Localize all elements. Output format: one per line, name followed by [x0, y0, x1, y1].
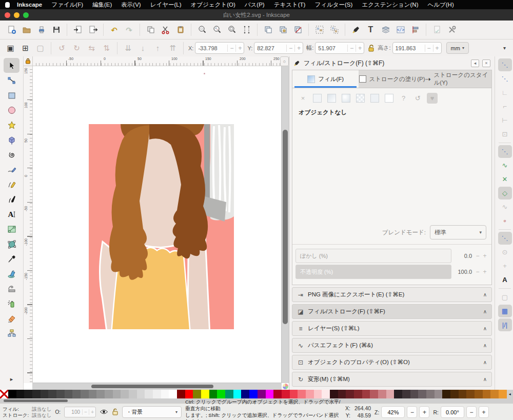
raise-to-top-button[interactable]: ⇈	[165, 41, 180, 55]
palette-swatch[interactable]	[499, 390, 507, 398]
palette-swatch[interactable]	[298, 390, 306, 398]
menu-item[interactable]: ヘルプ(H)	[423, 1, 458, 9]
more-tools-button[interactable]: ▸	[4, 372, 19, 387]
collapsed-dialog-header[interactable]: ◪ フィル/ストローク(F) (⇧⌘F) ∧	[292, 304, 492, 319]
collapsed-dialog-header[interactable]: ↻ 変形(M) (⇧⌘M) ∧	[292, 372, 492, 387]
opacity-plus-button[interactable]: +	[481, 268, 488, 275]
chevron-up-icon[interactable]: ∧	[483, 326, 487, 331]
opacity-plus-button[interactable]: +	[89, 409, 95, 415]
palette-swatch[interactable]	[161, 390, 169, 398]
fill-stroke-indicator[interactable]: フィル: 該当なし ストローク: 該当なし	[3, 406, 51, 418]
palette-swatch[interactable]	[193, 390, 201, 398]
palette-swatch[interactable]	[475, 390, 483, 398]
snap-toggle[interactable]: ⋱	[498, 232, 512, 245]
palette-swatch[interactable]	[137, 390, 145, 398]
raise-button[interactable]: ↑	[150, 41, 165, 55]
preferences-button[interactable]	[444, 23, 459, 37]
collapsed-dialog-header[interactable]: ⊡ オブジェクトのプロパティ(O) (⇧⌘O) ∧	[292, 355, 492, 370]
palette-swatch[interactable]	[48, 390, 56, 398]
snap-toggle[interactable]: ▢	[498, 291, 512, 304]
snap-toggle[interactable]: ∿	[498, 159, 512, 172]
align-dialog-button[interactable]	[408, 23, 423, 37]
palette-swatch[interactable]	[96, 390, 105, 398]
opacity-minus-button[interactable]: −	[82, 409, 89, 415]
flip-horizontal-button[interactable]: ⇆	[84, 41, 99, 55]
tool-pencil[interactable]	[4, 162, 19, 177]
palette-swatch[interactable]	[266, 390, 274, 398]
zoom-selection-button[interactable]	[194, 23, 209, 37]
palette-swatch[interactable]	[89, 390, 97, 398]
tool-rectangle[interactable]	[4, 88, 19, 103]
paint-flat-button[interactable]	[312, 93, 323, 104]
palette-swatch[interactable]	[346, 390, 354, 398]
palette-swatch[interactable]	[249, 390, 258, 398]
palette-swatch[interactable]	[113, 390, 121, 398]
dock-collapse-button[interactable]: ◂	[471, 59, 479, 67]
ruler-corner-lock[interactable]	[24, 56, 33, 66]
palette-swatch[interactable]	[153, 390, 161, 398]
palette-swatch[interactable]	[185, 390, 193, 398]
palette-swatch[interactable]	[330, 390, 338, 398]
blend-mode-dropdown[interactable]: 標準 ▾	[430, 225, 486, 239]
menu-item[interactable]: テキスト(T)	[269, 1, 310, 9]
tool-mesh-gradient[interactable]	[4, 236, 19, 251]
lock-ratio-icon[interactable]	[366, 41, 376, 55]
blur-plus-button[interactable]: +	[481, 252, 488, 259]
zoom-plus-button[interactable]: +	[419, 406, 429, 418]
palette-swatch[interactable]	[314, 390, 322, 398]
paint-swatch-button[interactable]: ↺	[412, 93, 423, 104]
palette-swatch[interactable]	[426, 390, 435, 398]
snap-toggle[interactable]: ⋱	[498, 72, 512, 85]
palette-swatch[interactable]	[41, 390, 49, 398]
paint-linear-gradient-button[interactable]	[326, 93, 337, 104]
layer-lock-toggle[interactable]	[112, 408, 119, 416]
spellcheck-button[interactable]	[429, 23, 444, 37]
tool-connector[interactable]	[4, 326, 19, 341]
tool-star[interactable]	[4, 117, 19, 132]
object-opacity-input[interactable]: 100 − +	[64, 407, 96, 417]
snap-toggle[interactable]: ⊙	[498, 246, 512, 258]
palette-scroll-arrow[interactable]: ◂	[507, 390, 513, 398]
snap-toggle[interactable]	[499, 229, 511, 230]
palette-swatch[interactable]	[145, 390, 153, 398]
palette-swatch[interactable]	[442, 390, 450, 398]
collapsed-dialog-header[interactable]: ∿ パスエフェクト(F) (⌘&) ∧	[292, 338, 492, 353]
rotate-ccw-button[interactable]: ↺	[54, 41, 69, 55]
open-document-button[interactable]	[19, 23, 34, 37]
rotation-plus-button[interactable]: +	[479, 406, 489, 418]
width-plus-button[interactable]: +	[356, 45, 364, 52]
zoom-page-width-button[interactable]	[239, 23, 254, 37]
lower-to-bottom-button[interactable]: ⇊	[121, 41, 135, 55]
drawing-artwork[interactable]	[89, 124, 234, 329]
duplicate-button[interactable]	[261, 23, 275, 37]
opacity-slider[interactable]: 不透明度 (%)	[295, 265, 451, 279]
canvas-area[interactable]: -50050100150200250 150100500-50-100-150-…	[24, 56, 289, 390]
apple-icon[interactable]	[5, 2, 10, 8]
horizontal-scrollbar[interactable]	[32, 383, 282, 390]
dock-close-button[interactable]: ×	[482, 59, 490, 67]
chevron-up-icon[interactable]: ∧	[483, 359, 487, 365]
rotation-input[interactable]: 0.00°	[441, 406, 464, 418]
print-button[interactable]	[34, 23, 49, 37]
palette-swatch[interactable]	[16, 390, 25, 398]
tool-box-3d[interactable]	[4, 132, 19, 147]
paste-button[interactable]	[173, 23, 188, 37]
palette-swatch[interactable]	[209, 390, 218, 398]
unlink-clone-button[interactable]	[290, 23, 305, 37]
paint-swatch-square-button[interactable]	[384, 93, 394, 104]
palette-swatch[interactable]	[81, 390, 89, 398]
text-dialog-button[interactable]: T	[363, 23, 378, 37]
palette-swatch[interactable]	[72, 390, 81, 398]
horizontal-ruler[interactable]: -50050100150200250	[32, 56, 282, 66]
x-minus-button[interactable]: −	[227, 45, 235, 52]
palette-swatch[interactable]	[354, 390, 362, 398]
snap-toggle[interactable]: ∟	[498, 86, 512, 99]
palette-swatch[interactable]	[201, 390, 209, 398]
palette-swatch[interactable]	[386, 390, 394, 398]
redo-button[interactable]: ↷	[122, 23, 136, 37]
tab-stroke-style[interactable]: ⇢ ストロークのスタイル(Y)	[425, 70, 491, 88]
tool-pen[interactable]	[4, 192, 19, 207]
vertical-scrollbar-thumb[interactable]	[283, 130, 288, 324]
snap-toggle[interactable]: ◇	[498, 187, 512, 199]
page-viewport[interactable]	[32, 66, 282, 383]
